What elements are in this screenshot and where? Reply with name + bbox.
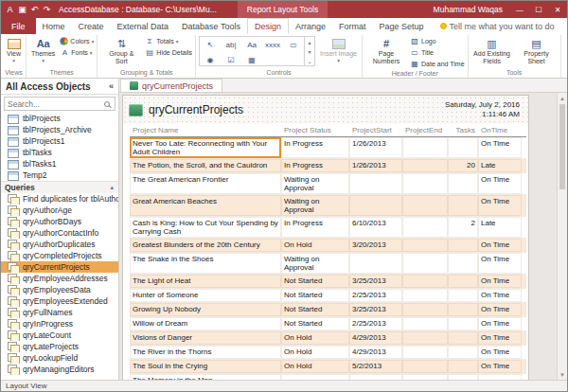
- tab-arrange[interactable]: Arrange: [289, 18, 332, 34]
- cell-tasks[interactable]: [448, 195, 478, 216]
- option-button-control-icon[interactable]: ◉: [200, 52, 221, 67]
- tab-external-data[interactable]: External Data: [111, 18, 176, 34]
- table-row[interactable]: Never Too Late: Reconnecting with Your A…: [130, 137, 526, 159]
- nav-item-qrycurrentprojects[interactable]: qryCurrentProjects: [1, 261, 118, 273]
- cell-ontime[interactable]: Late: [478, 217, 522, 238]
- cell-status[interactable]: In Progress: [281, 217, 349, 238]
- nav-item-qryemployeeaddresses[interactable]: qryEmployeeAddresses: [1, 273, 118, 284]
- cell-name[interactable]: The River in the Thorns: [130, 346, 281, 359]
- nav-item-tblprojects-archive[interactable]: tblProjects_Archive: [1, 124, 118, 135]
- cell-end[interactable]: [402, 137, 448, 158]
- nav-group-queries[interactable]: Queries▴: [1, 181, 118, 193]
- report-time[interactable]: 1:11:46 AM: [482, 110, 520, 118]
- cell-tasks[interactable]: [448, 346, 478, 359]
- nav-item-tbltasks1[interactable]: tblTasks1: [1, 158, 118, 169]
- cell-name[interactable]: The Soul in the Crying: [130, 360, 281, 373]
- nav-item-qryemployeesdata[interactable]: qryEmployeesData: [1, 284, 118, 295]
- nav-item-qrymanagingeditors[interactable]: qryManagingEditors: [1, 364, 118, 375]
- table-row[interactable]: Cash is King: How to Cut Your Spending b…: [130, 217, 526, 239]
- report-title[interactable]: qryCurrentProjects: [149, 103, 243, 116]
- table-row[interactable]: The Light of HeatNot Started3/25/2013On …: [130, 275, 526, 289]
- page-numbers-button[interactable]: # Page Numbers: [365, 36, 407, 66]
- tab-format[interactable]: Format: [332, 18, 373, 34]
- tab-control-icon[interactable]: ▭: [283, 37, 304, 52]
- cell-end[interactable]: [402, 317, 448, 330]
- cell-start[interactable]: [349, 195, 402, 216]
- restore-button[interactable]: ☐: [529, 1, 548, 18]
- cell-ontime[interactable]: On Time: [478, 360, 522, 373]
- cell-end[interactable]: [402, 239, 448, 252]
- cell-start[interactable]: 2/25/2013: [349, 317, 402, 330]
- table-row[interactable]: The Great American FrontierWaiting on Ap…: [130, 173, 526, 195]
- cell-tasks[interactable]: [448, 137, 478, 158]
- cell-status[interactable]: Not Started: [281, 303, 349, 316]
- totals-button[interactable]: Σ Totals ▾: [145, 36, 192, 46]
- cell-ontime[interactable]: On Time: [478, 346, 522, 359]
- logo-button[interactable]: ▧ Logo: [410, 36, 465, 46]
- cell-tasks[interactable]: 20: [448, 159, 478, 172]
- cell-ontime[interactable]: On Time: [478, 275, 522, 288]
- tab-page-setup[interactable]: Page Setup: [373, 18, 431, 34]
- tab-create[interactable]: Create: [72, 18, 111, 34]
- tab-home[interactable]: Home: [36, 18, 72, 34]
- date-and-time-button[interactable]: ▦ Date and Time: [410, 59, 465, 69]
- cell-tasks[interactable]: [448, 360, 478, 373]
- cell-start[interactable]: 3/25/2013: [349, 275, 402, 288]
- cell-end[interactable]: [402, 360, 448, 373]
- cell-ontime[interactable]: On Time: [478, 289, 522, 302]
- column-header-tasks[interactable]: Tasks: [448, 126, 478, 134]
- cell-ontime[interactable]: Late: [478, 159, 522, 172]
- cell-status[interactable]: In Progress: [281, 159, 349, 172]
- scroll-up-icon[interactable]: ▲: [558, 93, 567, 103]
- nav-item-qrylatecount[interactable]: qryLateCount: [1, 330, 118, 341]
- add-existing-fields-button[interactable]: ▥ Add Existing Fields: [471, 36, 513, 66]
- cell-tasks[interactable]: [448, 173, 478, 194]
- nav-item-find-duplicates-for-tblauthors[interactable]: Find duplicates for tblAuthors: [1, 193, 118, 205]
- search-input[interactable]: [8, 99, 104, 109]
- nav-item-qryinprogress[interactable]: qryInProgress: [1, 318, 118, 330]
- cell-name[interactable]: Cash is King: How to Cut Your Spending b…: [130, 217, 281, 238]
- fonts-button[interactable]: A Fonts ▾: [60, 47, 94, 58]
- table-row[interactable]: Growing Up NobodyNot Started3/25/2013On …: [130, 303, 526, 317]
- nav-item-temp2[interactable]: Temp2: [1, 169, 118, 181]
- cell-end[interactable]: [402, 331, 448, 345]
- navigation-pane-header[interactable]: All Access Objects «: [1, 79, 118, 95]
- group-and-sort-button[interactable]: ⇅ Group & Sort: [100, 36, 142, 66]
- cell-end[interactable]: [402, 275, 448, 288]
- cell-start[interactable]: 5/2/2013: [349, 360, 402, 373]
- nav-item-qryauthorcontactinfo[interactable]: qryAuthorContactInfo: [1, 227, 118, 239]
- property-sheet-button[interactable]: ▤ Property Sheet: [516, 36, 558, 66]
- document-tab-qrycurrentprojects[interactable]: qryCurrentProjects: [120, 79, 222, 92]
- checkbox-control-icon[interactable]: ☑: [221, 52, 241, 67]
- cell-name[interactable]: Visions of Danger: [130, 331, 281, 345]
- button-control-icon[interactable]: xxxx: [262, 37, 283, 52]
- cell-name[interactable]: Never Too Late: Reconnecting with Your A…: [130, 137, 281, 158]
- cell-name[interactable]: The Great American Frontier: [130, 173, 281, 194]
- cell-end[interactable]: [402, 173, 448, 194]
- nav-item-qryauthorbdays[interactable]: qryAuthorBDays: [1, 216, 118, 227]
- cell-status[interactable]: On Hold: [281, 331, 349, 345]
- cell-start[interactable]: 3/25/2013: [349, 303, 402, 316]
- table-row[interactable]: The River in the ThornsOn Hold4/29/2013O…: [130, 346, 526, 360]
- nav-item-qrylateprojects[interactable]: qryLateProjects: [1, 341, 118, 352]
- minimize-button[interactable]: —: [510, 1, 529, 18]
- cell-name[interactable]: The Snake in the Shoes: [130, 253, 281, 274]
- cell-status[interactable]: In Progress: [281, 137, 349, 158]
- undo-icon[interactable]: ↶: [28, 1, 41, 18]
- tab-file[interactable]: File: [1, 18, 36, 34]
- insert-image-button[interactable]: Insert Image ▾: [318, 36, 359, 64]
- table-row[interactable]: Great American BeachesWaiting on Approva…: [130, 195, 526, 217]
- nav-item-qrylookupfield[interactable]: qryLookupField: [1, 352, 118, 364]
- cell-name[interactable]: The Light of Heat: [130, 275, 281, 288]
- table-row[interactable]: Visions of DangerOn Hold4/29/2013On Time: [130, 331, 526, 346]
- table-row[interactable]: Willow of DreamNot Started2/25/2013On Ti…: [130, 317, 526, 331]
- cell-start[interactable]: 6/10/2013: [349, 217, 402, 238]
- cell-status[interactable]: Waiting on Approval: [281, 195, 349, 216]
- cell-status[interactable]: Waiting on Approval: [281, 173, 349, 194]
- table-row[interactable]: Greatest Blunders of the 20th CenturyOn …: [130, 239, 526, 253]
- report-datetime[interactable]: Saturday, July 2, 2016 1:11:46 AM: [445, 100, 523, 120]
- cell-tasks[interactable]: [448, 331, 478, 345]
- cell-end[interactable]: [402, 289, 448, 302]
- themes-button[interactable]: Aa Themes ▾: [29, 36, 57, 64]
- save-icon[interactable]: ▣: [16, 1, 28, 18]
